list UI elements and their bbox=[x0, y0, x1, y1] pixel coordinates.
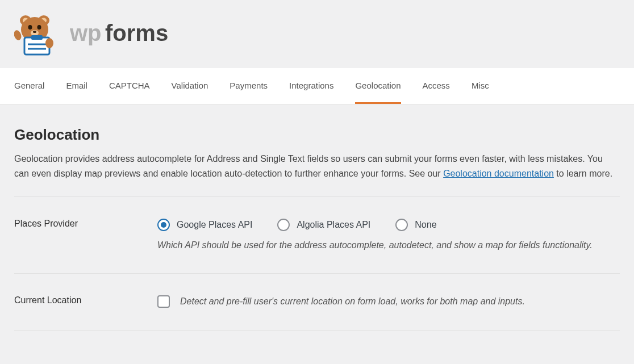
places-provider-radio-group: Google Places APIAlgolia Places APINone bbox=[157, 219, 620, 231]
wpforms-mascot-icon bbox=[14, 14, 62, 56]
svg-point-5 bbox=[28, 25, 32, 30]
description-text-post: to learn more. bbox=[554, 169, 612, 178]
wpforms-wordmark-icon: wp forms bbox=[70, 23, 187, 47]
tab-integrations[interactable]: Integrations bbox=[289, 68, 333, 104]
svg-point-14 bbox=[45, 38, 53, 48]
radio-indicator[interactable] bbox=[277, 219, 290, 231]
svg-rect-11 bbox=[31, 35, 43, 40]
places-provider-control: Google Places APIAlgolia Places APINone … bbox=[157, 219, 620, 250]
tab-misc[interactable]: Misc bbox=[472, 68, 489, 104]
tab-payments[interactable]: Payments bbox=[230, 68, 268, 104]
current-location-checkbox-row: Detect and pre-fill user's current locat… bbox=[157, 295, 620, 308]
radio-indicator[interactable] bbox=[157, 219, 170, 231]
svg-point-6 bbox=[37, 25, 41, 30]
places-provider-help: Which API should be used for the address… bbox=[157, 240, 620, 250]
tab-general[interactable]: General bbox=[14, 68, 44, 104]
radio-indicator[interactable] bbox=[395, 219, 408, 231]
divider bbox=[14, 330, 620, 331]
current-location-help: Detect and pre-fill user's current locat… bbox=[180, 296, 525, 307]
wpforms-logo: wp forms bbox=[14, 14, 620, 56]
radio-label: None bbox=[415, 220, 436, 230]
tab-validation[interactable]: Validation bbox=[172, 68, 208, 104]
tab-access[interactable]: Access bbox=[423, 68, 450, 104]
page-title: Geolocation bbox=[14, 126, 620, 144]
current-location-label: Current Location bbox=[14, 295, 157, 306]
page-description: Geolocation provides address autocomplet… bbox=[14, 152, 616, 196]
places-provider-label: Places Provider bbox=[14, 219, 157, 229]
tab-geolocation[interactable]: Geolocation bbox=[355, 68, 401, 104]
radio-label: Google Places API bbox=[177, 220, 252, 230]
current-location-checkbox[interactable] bbox=[157, 295, 170, 308]
tab-email[interactable]: Email bbox=[66, 68, 87, 104]
content: Geolocation Geolocation provides address… bbox=[0, 104, 634, 331]
tab-captcha[interactable]: CAPTCHA bbox=[109, 68, 150, 104]
settings-tabs: GeneralEmailCAPTCHAValidationPaymentsInt… bbox=[0, 68, 634, 104]
radio-google-places-api[interactable]: Google Places API bbox=[157, 219, 252, 231]
svg-text:forms: forms bbox=[105, 23, 168, 45]
radio-algolia-places-api[interactable]: Algolia Places API bbox=[277, 219, 370, 231]
current-location-control: Detect and pre-fill user's current locat… bbox=[157, 295, 620, 308]
svg-text:wp: wp bbox=[70, 23, 102, 45]
svg-point-8 bbox=[33, 31, 36, 33]
radio-label: Algolia Places API bbox=[297, 220, 370, 230]
setting-row-places-provider: Places Provider Google Places APIAlgolia… bbox=[14, 196, 620, 273]
geolocation-doc-link[interactable]: Geolocation documentation bbox=[443, 169, 554, 178]
setting-row-current-location: Current Location Detect and pre-fill use… bbox=[14, 273, 620, 330]
header: wp forms bbox=[0, 0, 634, 68]
svg-rect-10 bbox=[24, 37, 49, 55]
radio-none[interactable]: None bbox=[395, 219, 436, 231]
